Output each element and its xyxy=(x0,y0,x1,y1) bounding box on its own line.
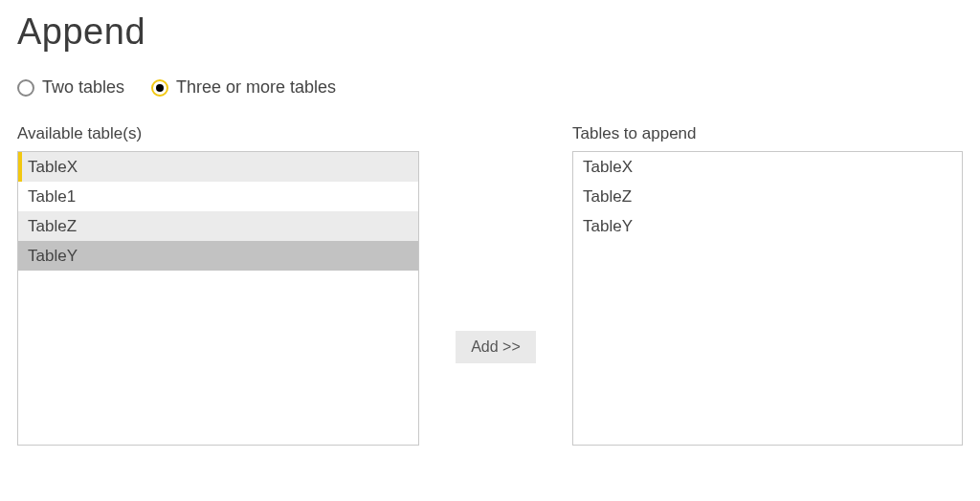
radio-circle-icon xyxy=(17,79,34,97)
dialog-title: Append xyxy=(17,11,963,53)
radio-three-or-more-tables-label: Three or more tables xyxy=(176,77,336,98)
available-table-item-label: Table1 xyxy=(28,187,76,206)
add-button[interactable]: Add >> xyxy=(456,331,536,363)
radio-two-tables-label: Two tables xyxy=(42,77,124,98)
available-table-item-label: TableX xyxy=(28,158,78,176)
available-tables-label: Available table(s) xyxy=(17,124,419,143)
append-table-item[interactable]: TableX xyxy=(573,152,962,182)
available-tables-listbox[interactable]: TableXTable1TableZTableY xyxy=(17,151,419,446)
available-table-item[interactable]: TableZ xyxy=(18,211,418,241)
radio-circle-icon xyxy=(151,79,168,97)
append-table-item[interactable]: TableZ xyxy=(573,182,962,211)
tables-to-append-listbox[interactable]: TableXTableZTableY xyxy=(572,151,963,446)
tables-to-append-label: Tables to append xyxy=(572,124,963,143)
available-table-item[interactable]: TableY xyxy=(18,241,418,271)
radio-three-or-more-tables[interactable]: Three or more tables xyxy=(151,77,336,98)
table-count-radio-group: Two tables Three or more tables xyxy=(17,77,963,98)
available-table-item[interactable]: TableX xyxy=(18,152,418,182)
available-table-item-label: TableZ xyxy=(28,217,77,235)
available-table-item[interactable]: Table1 xyxy=(18,182,418,211)
selection-stripe-icon xyxy=(18,152,22,182)
append-table-item[interactable]: TableY xyxy=(573,211,962,241)
available-table-item-label: TableY xyxy=(28,247,78,265)
radio-two-tables[interactable]: Two tables xyxy=(17,77,124,98)
